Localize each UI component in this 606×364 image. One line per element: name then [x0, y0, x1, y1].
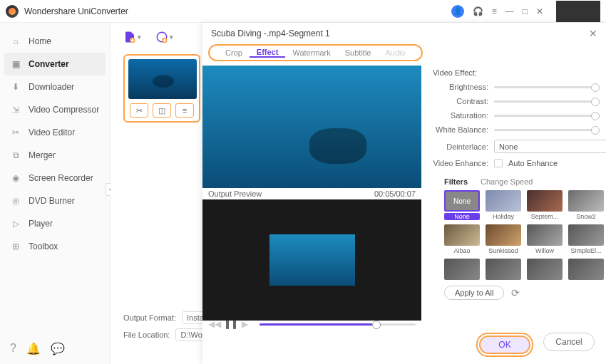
sidebar-item-label: Toolbox: [29, 241, 58, 251]
minimize-button[interactable]: —: [505, 6, 514, 16]
filter-aibao[interactable]: Aibao: [444, 224, 480, 254]
dialog-header: Scuba Diving -.mp4-Segment 1 ✕: [202, 23, 606, 44]
auto-enhance-checkbox[interactable]: [494, 159, 503, 167]
tab-crop[interactable]: Crop: [218, 48, 250, 57]
app-logo-icon: [6, 5, 19, 18]
saturation-slider[interactable]: [494, 115, 600, 117]
saturation-label: Saturation:: [433, 111, 488, 120]
apply-to-all-button[interactable]: Apply to All: [444, 286, 504, 300]
filter-label: Aibao: [444, 247, 480, 254]
app-title: Wondershare UniConverter: [24, 6, 128, 16]
output-preview-label: Output Preview: [208, 189, 262, 198]
cancel-button[interactable]: Cancel: [543, 333, 595, 351]
change-speed-tab[interactable]: Change Speed: [481, 177, 533, 186]
filter-simpleel[interactable]: SimpleEl...: [568, 224, 604, 254]
help-icon[interactable]: ?: [10, 342, 16, 355]
downloader-icon: ⬇: [10, 81, 21, 93]
filter-label: SimpleEl...: [568, 247, 604, 254]
sidebar-item-recorder[interactable]: ◉Screen Recorder: [0, 167, 110, 189]
account-icon[interactable]: 👤: [451, 5, 464, 18]
sidebar-item-label: Video Editor: [29, 128, 75, 137]
prev-frame-button[interactable]: ◀◀: [208, 319, 218, 329]
add-file-button[interactable]: ▾: [123, 31, 141, 43]
titlebar: Wondershare UniConverter 👤 🎧 ≡ — □ ✕: [0, 0, 606, 23]
deinterlace-label: Deinterlace:: [433, 142, 488, 151]
dialog-tabs: Crop Effect Watermark Subtitle Audio: [208, 44, 423, 61]
filter-thumb: [444, 224, 480, 246]
filter-extra-4[interactable]: [568, 259, 604, 280]
sidebar-item-merger[interactable]: ⧉Merger: [0, 144, 110, 167]
filter-extra-1[interactable]: [444, 259, 480, 280]
filter-thumb: [486, 224, 521, 246]
toolbox-icon: ⊞: [10, 241, 21, 252]
dialog-close-button[interactable]: ✕: [589, 28, 597, 39]
contrast-slider[interactable]: [494, 100, 600, 103]
sidebar-item-downloader[interactable]: ⬇Downloader: [0, 76, 110, 98]
pause-button[interactable]: ❚❚: [224, 319, 234, 329]
chevron-down-icon: ▾: [138, 33, 141, 41]
sidebar-item-label: Downloader: [29, 82, 74, 92]
filter-none[interactable]: NoneNone: [444, 190, 480, 220]
brightness-label: Brightness:: [433, 83, 488, 91]
trim-tool-button[interactable]: ✂: [130, 103, 148, 118]
filter-extra-3[interactable]: [527, 259, 563, 280]
filters-tab[interactable]: Filters: [444, 177, 468, 186]
hamburger-menu-icon[interactable]: ≡: [492, 6, 497, 16]
tab-effect[interactable]: Effect: [250, 48, 286, 58]
next-frame-button[interactable]: ▶: [240, 319, 250, 329]
sidebar-item-home[interactable]: ⌂Home: [0, 30, 110, 53]
clip-thumbnail-card[interactable]: ✂ ◫ ≡: [123, 54, 200, 123]
filter-thumb: [568, 190, 604, 212]
filter-thumb: [527, 224, 563, 246]
contrast-label: Contrast:: [433, 97, 488, 105]
tab-audio[interactable]: Audio: [378, 48, 412, 57]
effect-tool-button[interactable]: ≡: [175, 103, 194, 118]
ok-button[interactable]: OK: [479, 336, 530, 354]
filter-thumb: [568, 224, 604, 246]
sidebar-item-editor[interactable]: ✂Video Editor: [0, 121, 110, 144]
sidebar-item-toolbox[interactable]: ⊞Toolbox: [0, 235, 110, 258]
filter-label: Willow: [527, 247, 563, 254]
tab-watermark[interactable]: Watermark: [285, 48, 337, 57]
deinterlace-select[interactable]: None▾: [494, 140, 606, 153]
sidebar-item-label: Video Compressor: [29, 105, 99, 115]
add-folder-button[interactable]: ▾: [155, 31, 173, 43]
filter-willow[interactable]: Willow: [527, 224, 563, 254]
white-balance-slider[interactable]: [494, 129, 600, 131]
sidebar-item-compressor[interactable]: ⇲Video Compressor: [0, 98, 110, 121]
support-icon[interactable]: 🎧: [473, 6, 483, 16]
filter-snow2[interactable]: Snow2: [568, 190, 604, 220]
filter-thumb: None: [444, 190, 480, 212]
feedback-icon[interactable]: 💬: [51, 342, 65, 355]
filter-extra-2[interactable]: [486, 259, 521, 280]
add-file-icon: [123, 31, 136, 43]
filters-tabs: Filters Change Speed: [433, 173, 606, 190]
filter-september[interactable]: Septem...: [527, 190, 563, 220]
sidebar-item-dvd[interactable]: ◎DVD Burner: [0, 189, 110, 212]
merger-icon: ⧉: [10, 150, 21, 161]
playback-progress-slider[interactable]: [260, 323, 416, 326]
add-folder-icon: [155, 31, 168, 43]
sidebar-item-label: Screen Recorder: [29, 173, 93, 183]
chevron-down-icon: ▾: [170, 33, 173, 41]
refresh-icon[interactable]: ⟳: [511, 287, 520, 298]
crop-tool-button[interactable]: ◫: [153, 103, 171, 118]
sidebar-item-player[interactable]: ▷Player: [0, 212, 110, 235]
brightness-slider[interactable]: [494, 86, 600, 88]
clip-thumbnail-image: [128, 59, 197, 99]
filter-label: Sunkissed: [486, 247, 521, 254]
maximize-button[interactable]: □: [523, 6, 528, 16]
filter-holiday[interactable]: Holiday: [486, 190, 521, 220]
sidebar-item-converter[interactable]: ▣Converter: [4, 53, 106, 76]
tab-subtitle[interactable]: Subtitle: [338, 48, 379, 57]
filter-label: Holiday: [486, 213, 521, 220]
ok-highlight: OK: [476, 333, 533, 357]
auto-enhance-label: Auto Enhance: [508, 159, 558, 167]
close-window-button[interactable]: ✕: [536, 6, 543, 16]
bell-icon[interactable]: 🔔: [26, 342, 41, 355]
sidebar-item-label: DVD Burner: [29, 196, 75, 206]
deinterlace-value: None: [499, 142, 518, 151]
sidebar-item-label: Converter: [29, 59, 69, 69]
filter-sunkissed[interactable]: Sunkissed: [486, 224, 521, 254]
sidebar-footer: ? 🔔 💬: [10, 342, 65, 355]
